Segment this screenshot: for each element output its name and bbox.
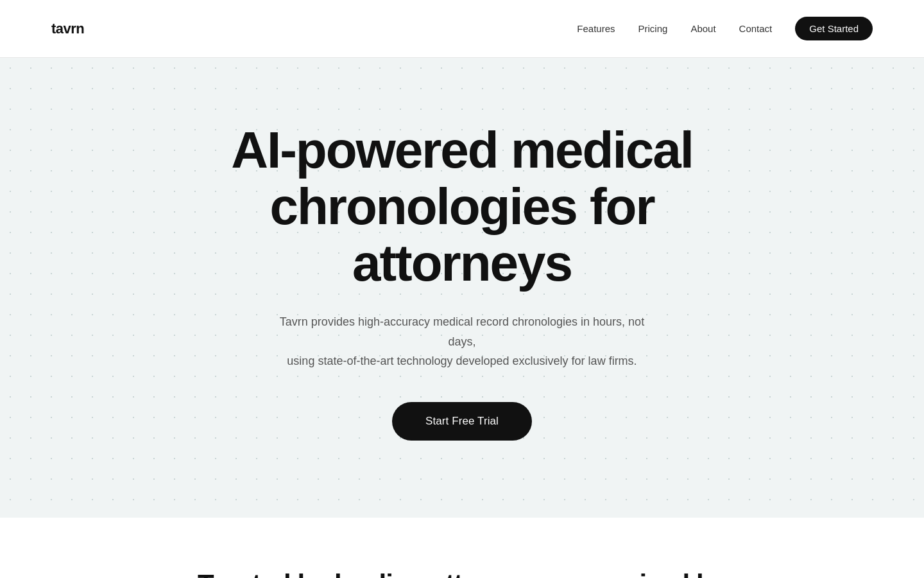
header: tavrn Features Pricing About Contact Get… [0, 0, 924, 58]
nav-pricing[interactable]: Pricing [638, 23, 668, 34]
hero-title: AI-powered medical chronologies for atto… [173, 122, 751, 292]
nav: Features Pricing About Contact Get Start… [577, 17, 873, 40]
nav-features[interactable]: Features [577, 23, 615, 34]
nav-about[interactable]: About [690, 23, 715, 34]
nav-contact[interactable]: Contact [739, 23, 773, 34]
trust-section: Trusted by leading attorneys recognized … [0, 518, 924, 578]
nav-cta-button[interactable]: Get Started [795, 17, 873, 40]
start-free-trial-button[interactable]: Start Free Trial [392, 402, 532, 441]
hero-section: AI-powered medical chronologies for atto… [0, 58, 924, 518]
logo[interactable]: tavrn [51, 21, 84, 37]
trust-heading: Trusted by leading attorneys recognized … [198, 569, 726, 578]
hero-subtitle: Tavrn provides high-accuracy medical rec… [276, 312, 648, 371]
